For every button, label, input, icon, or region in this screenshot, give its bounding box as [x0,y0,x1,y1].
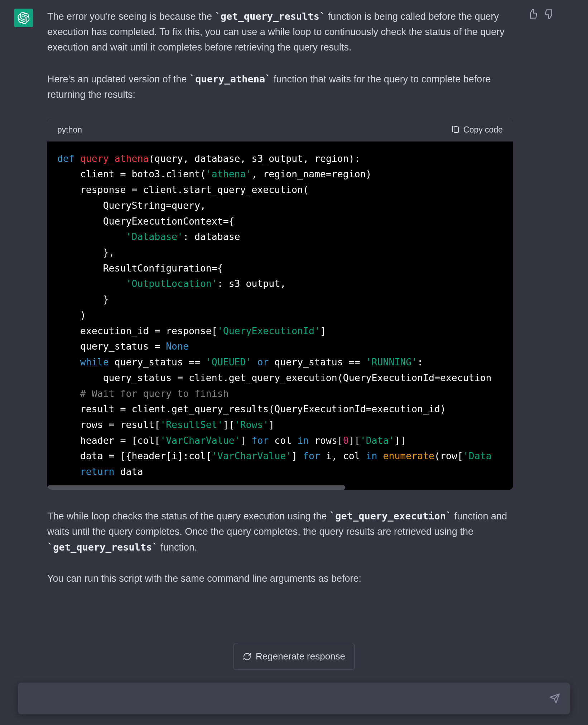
code-header: python Copy code [47,118,513,141]
paragraph-3: The while loop checks the status of the … [47,508,513,556]
thumbs-down-icon [545,9,555,19]
send-button[interactable] [549,692,561,705]
regenerate-button[interactable]: Regenerate response [233,644,355,669]
regenerate-wrapper: Regenerate response [0,644,588,669]
chat-input[interactable] [27,693,549,704]
inline-code: `get_query_results` [47,542,158,553]
message-content: The error you're seeing is because the `… [47,9,513,602]
thumbs-up-button[interactable] [527,9,538,19]
horizontal-scrollbar[interactable] [47,485,513,490]
refresh-icon [243,652,251,661]
send-icon [549,693,560,704]
scrollbar-thumb[interactable] [47,485,345,490]
openai-logo-icon [18,12,30,24]
chat-input-bar[interactable] [18,683,570,714]
regenerate-label: Regenerate response [256,649,345,664]
code-language-label: python [57,123,82,136]
paragraph-4: You can run this script with the same co… [47,571,513,586]
copy-code-label: Copy code [463,123,503,136]
assistant-message: The error you're seeing is because the `… [0,0,588,617]
inline-code: `query_athena` [189,73,271,85]
text: The error you're seeing is because the [47,11,215,22]
svg-rect-0 [454,127,458,133]
assistant-avatar [14,9,33,27]
message-actions [527,9,555,602]
text: function. [158,542,197,553]
inline-code: `get_query_results` [215,11,325,22]
thumbs-down-button[interactable] [544,9,555,19]
text: Here's an updated version of the [47,74,189,85]
thumbs-up-icon [527,9,538,19]
clipboard-icon [451,125,460,134]
code-block: python Copy code def query_athena(query,… [47,118,513,490]
inline-code: `get_query_execution` [329,510,452,522]
paragraph-2: Here's an updated version of the `query_… [47,71,513,102]
text: The while loop checks the status of the … [47,511,329,522]
code-content: def query_athena(query, database, s3_out… [47,141,513,490]
copy-code-button[interactable]: Copy code [451,123,503,136]
paragraph-1: The error you're seeing is because the `… [47,9,513,56]
